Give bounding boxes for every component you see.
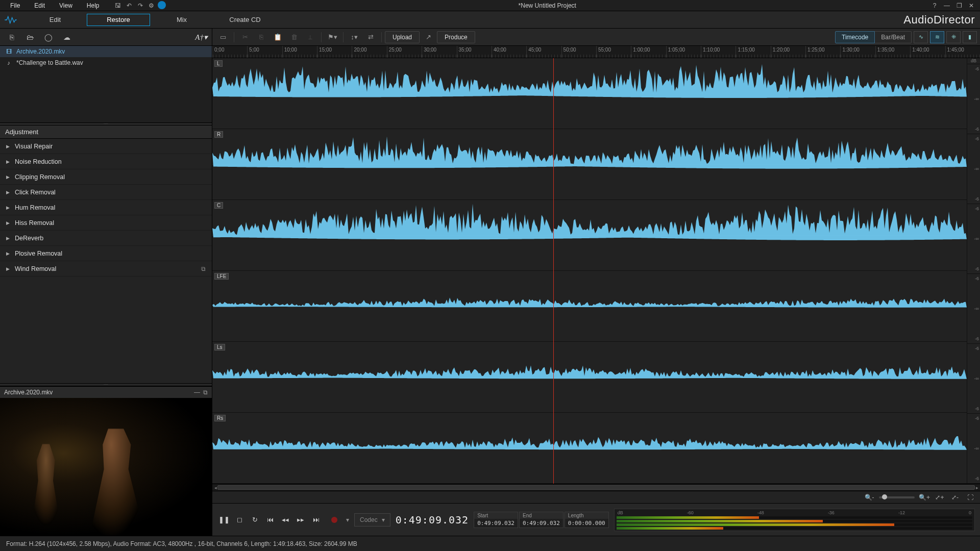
adjustment-plosive-removal[interactable]: ▶Plosive Removal: [0, 246, 212, 261]
zoom-vertical-out-icon[interactable]: ⤢-: [949, 492, 961, 503]
channel-label[interactable]: C: [214, 202, 223, 209]
record-menu-icon[interactable]: ▾: [346, 516, 349, 523]
media-item[interactable]: 🎞 Archive.2020.mkv: [0, 46, 212, 57]
marker-tool-icon[interactable]: ⚑▾: [325, 31, 340, 43]
help-icon[interactable]: ?: [929, 1, 940, 10]
timeline-tick: 1:45;00: [945, 46, 980, 58]
timecode-toggle[interactable]: Timecode: [835, 31, 875, 43]
crop-icon[interactable]: ⟂: [303, 31, 318, 43]
channel-label[interactable]: Rs: [214, 415, 226, 421]
adjustment-visual-repair[interactable]: ▶Visual Repair: [0, 139, 212, 154]
minimize-icon[interactable]: —: [941, 1, 952, 10]
mode-tab-create-cd[interactable]: Create CD: [213, 14, 277, 26]
save-icon[interactable]: 🖫: [113, 1, 123, 10]
zoom-out-icon[interactable]: 🔍-: [864, 492, 875, 503]
preview-minimize-icon[interactable]: —: [194, 389, 200, 396]
cut-icon[interactable]: ✂: [237, 31, 253, 43]
adjustment-clipping-removal[interactable]: ▶Clipping Removal: [0, 169, 212, 185]
adjustment-noise-reduction[interactable]: ▶Noise Reduction: [0, 154, 212, 169]
scroll-right-icon[interactable]: ▸: [974, 484, 980, 491]
font-size-toggle[interactable]: A†▾: [195, 33, 208, 42]
undo-icon[interactable]: ↶: [124, 1, 134, 10]
redo-icon[interactable]: ↷: [135, 1, 145, 10]
range-length[interactable]: Length0:00:00.000: [565, 512, 609, 528]
adjustment-wind-removal[interactable]: ▶Wind Removal⧉: [0, 261, 212, 277]
zoom-controls: 🔍- 🔍+ ⤢+ ⤢- ⛶: [212, 491, 980, 503]
view-waveform-icon[interactable]: ∿: [914, 31, 928, 43]
stop-button-icon[interactable]: ◻: [233, 513, 246, 527]
zoom-slider-knob[interactable]: [882, 494, 887, 499]
close-icon[interactable]: ✕: [966, 1, 977, 10]
mode-tab-mix[interactable]: Mix: [150, 14, 213, 26]
normalize-icon[interactable]: ↕▾: [347, 31, 362, 43]
audio-track[interactable]: L: [212, 58, 967, 129]
meter-bar: [617, 520, 972, 522]
zoom-vertical-in-icon[interactable]: ⤢+: [934, 492, 945, 503]
record-button[interactable]: [328, 513, 341, 527]
scrollbar-thumb[interactable]: [217, 485, 975, 490]
copy-icon[interactable]: ⎘: [254, 31, 269, 43]
delete-icon[interactable]: 🗑: [286, 31, 302, 43]
maximize-icon[interactable]: ❐: [953, 1, 965, 10]
paste-icon[interactable]: 📋: [270, 31, 285, 43]
rewind-icon[interactable]: ◂◂: [279, 513, 292, 527]
zoom-slider[interactable]: [879, 496, 915, 498]
audio-track[interactable]: LFE: [212, 271, 967, 342]
preview-popout-icon[interactable]: ⧉: [203, 389, 208, 396]
notification-badge-icon[interactable]: [158, 1, 166, 9]
selection-tool-icon[interactable]: ▭: [215, 31, 231, 43]
media-item[interactable]: ♪ *Challenge to Battle.wav: [0, 57, 212, 68]
zoom-fit-icon[interactable]: ⛶: [965, 492, 976, 503]
upload-button[interactable]: Upload: [385, 31, 420, 43]
meter-scale-tick: -60: [687, 510, 694, 515]
menu-edit[interactable]: Edit: [27, 1, 52, 11]
media-library[interactable]: 🎞 Archive.2020.mkv ♪ *Challenge to Battl…: [0, 46, 212, 122]
loop-button-icon[interactable]: ↻: [248, 513, 261, 527]
audio-track[interactable]: Rs: [212, 413, 967, 484]
view-spectral-icon[interactable]: ⁜: [946, 31, 961, 43]
import-file-icon[interactable]: ⎘: [4, 31, 19, 43]
svg-marker-2: [212, 204, 967, 240]
menu-view[interactable]: View: [52, 1, 80, 11]
view-multichannel-icon[interactable]: ≋: [930, 31, 944, 43]
horizontal-scrollbar[interactable]: ◂ ▸: [212, 484, 980, 491]
adjustment-dereverb[interactable]: ▶DeReverb: [0, 231, 212, 246]
popout-icon[interactable]: ⧉: [201, 265, 206, 272]
settings-icon[interactable]: ⚙: [146, 1, 157, 10]
video-preview[interactable]: [0, 398, 212, 536]
import-folder-icon[interactable]: 🗁: [22, 31, 38, 43]
preview-header: Archive.2020.mkv — ⧉: [0, 387, 212, 398]
skip-start-icon[interactable]: ⏮: [263, 513, 277, 527]
menu-file[interactable]: File: [3, 1, 27, 11]
codec-selector[interactable]: Codec▾: [354, 513, 390, 527]
timeline-ruler[interactable]: 0;005;0010;0015;0020;0025;0030;0035;0040…: [212, 46, 980, 58]
pause-button-icon[interactable]: ❚❚: [217, 513, 231, 527]
produce-button[interactable]: Produce: [437, 31, 475, 43]
adjustment-hum-removal[interactable]: ▶Hum Removal: [0, 200, 212, 215]
channel-label[interactable]: Ls: [214, 344, 225, 350]
fast-forward-icon[interactable]: ▸▸: [294, 513, 307, 527]
playhead[interactable]: [553, 58, 554, 484]
zoom-in-icon[interactable]: 🔍+: [919, 492, 930, 503]
adjustment-hiss-removal[interactable]: ▶Hiss Removal: [0, 215, 212, 231]
barbeat-toggle[interactable]: Bar/Beat: [875, 31, 912, 43]
channel-label[interactable]: R: [214, 131, 223, 138]
record-icon[interactable]: ◯: [41, 31, 56, 43]
mode-tab-restore[interactable]: Restore: [87, 14, 150, 26]
channel-label[interactable]: L: [214, 60, 223, 67]
share-icon[interactable]: ↗: [421, 31, 436, 43]
view-level-icon[interactable]: ▮: [963, 31, 977, 43]
track-area[interactable]: LRCLFELsRs: [212, 58, 967, 484]
channel-tool-icon[interactable]: ⇄: [363, 31, 378, 43]
adjustment-click-removal[interactable]: ▶Click Removal: [0, 185, 212, 200]
audio-track[interactable]: C: [212, 200, 967, 271]
range-start[interactable]: Start0:49:09.032: [474, 512, 518, 528]
menu-help[interactable]: Help: [80, 1, 107, 11]
audio-track[interactable]: Ls: [212, 342, 967, 413]
mode-tab-edit[interactable]: Edit: [23, 14, 87, 26]
range-end[interactable]: End0:49:09.032: [519, 512, 564, 528]
audio-track[interactable]: R: [212, 129, 967, 200]
channel-label[interactable]: LFE: [214, 273, 229, 280]
skip-end-icon[interactable]: ⏭: [309, 513, 323, 527]
cloud-icon[interactable]: ☁: [59, 31, 75, 43]
